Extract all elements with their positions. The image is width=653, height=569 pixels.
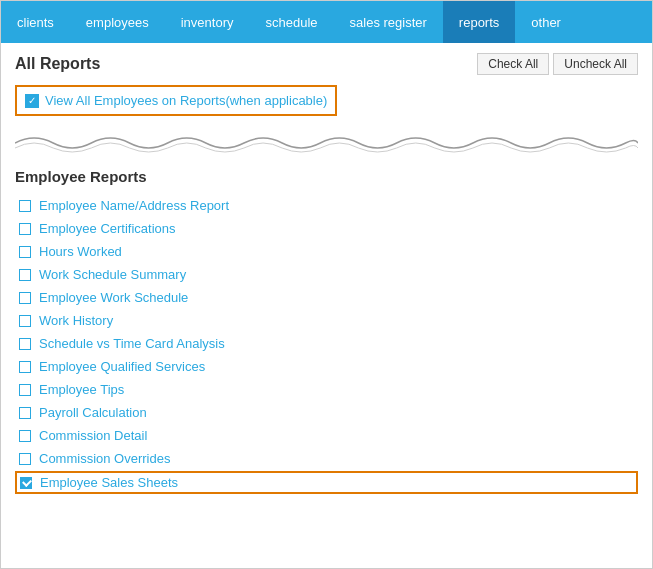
report-item[interactable]: Commission Overrides [15,448,638,469]
report-label: Employee Name/Address Report [39,198,229,213]
report-checkbox[interactable] [19,315,31,327]
report-checkbox[interactable] [19,453,31,465]
report-item[interactable]: Hours Worked [15,241,638,262]
report-label: Work Schedule Summary [39,267,186,282]
app-container: clientsemployeesinventoryschedulesales r… [0,0,653,569]
report-checkbox[interactable] [19,407,31,419]
view-all-employees-row[interactable]: View All Employees on Reports(when appli… [15,85,337,116]
view-all-checkbox[interactable] [25,94,39,108]
report-item[interactable]: Commission Detail [15,425,638,446]
report-checkbox[interactable] [19,200,31,212]
report-checkbox[interactable] [19,223,31,235]
header-buttons: Check All Uncheck All [477,53,638,75]
report-label: Schedule vs Time Card Analysis [39,336,225,351]
report-item[interactable]: Employee Sales Sheets [15,471,638,494]
report-label: Payroll Calculation [39,405,147,420]
check-all-button[interactable]: Check All [477,53,549,75]
report-label: Commission Detail [39,428,147,443]
nav-item-sales-register[interactable]: sales register [334,1,443,43]
nav-item-clients[interactable]: clients [1,1,70,43]
report-list: Employee Name/Address ReportEmployee Cer… [15,195,638,494]
report-label: Hours Worked [39,244,122,259]
nav-item-other[interactable]: other [515,1,577,43]
nav-item-reports[interactable]: reports [443,1,515,43]
report-label: Employee Sales Sheets [40,475,178,490]
report-item[interactable]: Work Schedule Summary [15,264,638,285]
report-checkbox[interactable] [19,246,31,258]
nav-item-inventory[interactable]: inventory [165,1,250,43]
report-item[interactable]: Work History [15,310,638,331]
report-label: Employee Work Schedule [39,290,188,305]
nav-item-employees[interactable]: employees [70,1,165,43]
report-item[interactable]: Employee Name/Address Report [15,195,638,216]
report-item[interactable]: Employee Certifications [15,218,638,239]
all-reports-header: All Reports Check All Uncheck All [15,53,638,75]
report-label: Commission Overrides [39,451,170,466]
report-item[interactable]: Employee Tips [15,379,638,400]
report-label: Employee Qualified Services [39,359,205,374]
report-item[interactable]: Employee Work Schedule [15,287,638,308]
report-checkbox[interactable] [19,384,31,396]
top-nav: clientsemployeesinventoryschedulesales r… [1,1,652,43]
uncheck-all-button[interactable]: Uncheck All [553,53,638,75]
report-item[interactable]: Payroll Calculation [15,402,638,423]
employee-reports-title: Employee Reports [15,168,638,185]
report-label: Employee Certifications [39,221,176,236]
report-checkbox[interactable] [19,269,31,281]
report-checkbox[interactable] [19,292,31,304]
view-all-label: View All Employees on Reports(when appli… [45,93,327,108]
nav-item-schedule[interactable]: schedule [249,1,333,43]
report-item[interactable]: Schedule vs Time Card Analysis [15,333,638,354]
page-title: All Reports [15,55,100,73]
report-label: Employee Tips [39,382,124,397]
main-content: All Reports Check All Uncheck All View A… [1,43,652,568]
report-checkbox[interactable] [19,430,31,442]
report-checkbox[interactable] [19,361,31,373]
report-checkbox[interactable] [20,477,32,489]
report-label: Work History [39,313,113,328]
report-item[interactable]: Employee Qualified Services [15,356,638,377]
report-checkbox[interactable] [19,338,31,350]
wavy-separator [15,128,638,158]
